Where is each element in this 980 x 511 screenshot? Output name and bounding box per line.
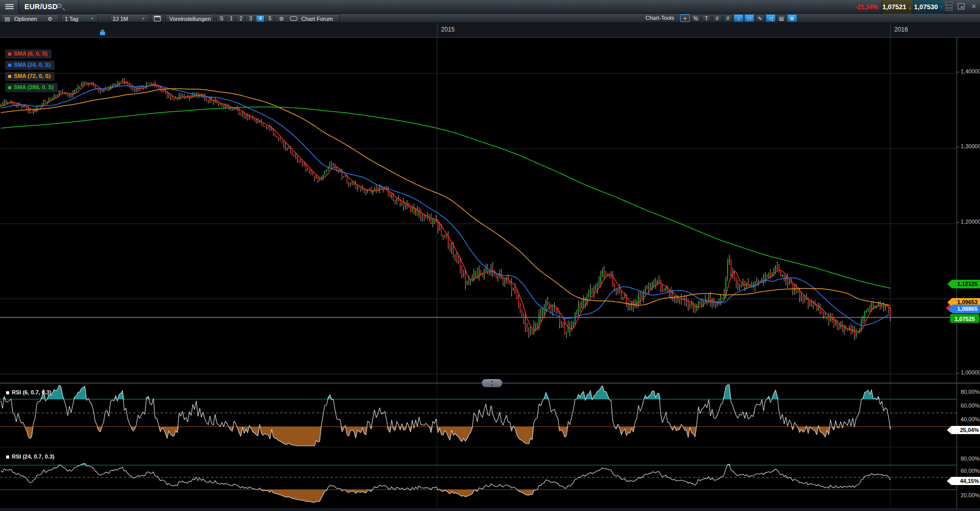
sma72-swatch <box>8 75 11 78</box>
main-chart-svg <box>0 38 980 383</box>
presets-button[interactable]: Voreinstellungen <box>165 14 214 22</box>
price-label-120: 1,20000 <box>961 219 980 225</box>
current-price-tag: 1,07525 <box>950 314 979 323</box>
rsi1-swatch <box>6 391 9 394</box>
restore-window-button[interactable] <box>958 3 965 10</box>
rsi2-tick-20: 20,00% <box>961 492 979 498</box>
crosshair-icon[interactable]: + <box>680 14 690 22</box>
sma288-price-tag: 1,12125 <box>947 280 980 288</box>
change-percent: -21,34% <box>844 4 878 11</box>
grid-edit-icon[interactable]: # <box>723 14 733 22</box>
axis-tick <box>957 72 959 72</box>
year-label-2015: 2015 <box>441 26 455 33</box>
period-dropdown[interactable]: 1 Tag ▾ <box>61 14 98 22</box>
panel-resize-handle[interactable]: ▲▼ <box>482 379 502 387</box>
axis-tick <box>957 373 959 373</box>
settings-icon[interactable]: ⚙ <box>787 14 797 22</box>
hamburger-icon <box>5 6 14 7</box>
hamburger-menu-button[interactable] <box>0 0 19 14</box>
gear-icon[interactable]: ⚙ <box>47 16 53 22</box>
price-label-130: 1,30000 <box>961 143 980 149</box>
layout-group: S 1 2 3 4 5 ⚙ Chart Forum <box>216 14 340 22</box>
grid-icon[interactable]: # <box>712 14 722 22</box>
calendar-button[interactable] <box>151 14 163 22</box>
sell-arrow-icon: ↓ <box>908 3 912 11</box>
rsi2-chart-svg <box>0 447 980 511</box>
layout-save-button[interactable]: S <box>218 16 226 22</box>
candlestick-chart[interactable] <box>0 38 980 383</box>
chevron-down-icon: ▾ <box>142 16 144 21</box>
bottom-edge <box>0 508 980 511</box>
buy-price: 1,07530 <box>914 3 938 11</box>
rsi-6-panel[interactable] <box>0 383 980 447</box>
rsi1-label[interactable]: RSI (6, 0.7, 0.3) <box>6 389 51 395</box>
layout-2-button[interactable]: 2 <box>237 16 245 22</box>
windows-icon[interactable]: □ <box>744 14 754 22</box>
title-bar: EUR/USD -21,34% 1,07521 ↓ 1,07530 ↑ × <box>0 0 980 14</box>
buy-arrow-icon: ↑ <box>940 3 943 11</box>
close-button[interactable]: × <box>969 1 978 12</box>
rsi2-swatch <box>6 455 9 459</box>
rsi2-value-tag: 44,15% <box>947 477 980 485</box>
layout-1-button[interactable]: 1 <box>227 16 236 22</box>
hamburger-icon <box>5 4 14 5</box>
presets-label: Voreinstellungen <box>169 16 211 22</box>
search-icon[interactable] <box>57 4 62 8</box>
axis-tick <box>957 222 959 223</box>
price-label-100: 1,00000 <box>961 369 980 375</box>
legend-sma72[interactable]: SMA (72, 0, S) <box>5 72 55 81</box>
price-label-140: 1,40000 <box>961 68 980 74</box>
print-icon[interactable]: ▤ <box>777 14 786 22</box>
sma24-price-tag: 1,08865 <box>948 305 980 313</box>
legend-sma288[interactable]: SMA (288, 0, S) <box>5 83 58 92</box>
percent-scale-icon[interactable]: % <box>691 14 701 22</box>
hamburger-icon <box>5 8 14 9</box>
rsi1-value-tag: 25,04% <box>947 426 980 434</box>
layout-4-button[interactable]: 4 <box>256 16 265 22</box>
options-group: ▤ Optionen ⚙ <box>1 14 59 22</box>
sma24-swatch <box>8 64 11 67</box>
sell-price: 1,07521 <box>882 3 906 11</box>
rsi2-label[interactable]: RSI (24, 0.7, 0.3) <box>6 453 55 460</box>
sma6-swatch <box>8 52 11 56</box>
range-value: 2J 1M <box>113 16 128 22</box>
rsi1-tick-40: 40,00% <box>961 416 979 422</box>
year-label-2016: 2016 <box>894 26 908 33</box>
legend-sma24[interactable]: SMA (24, 0, S) <box>5 61 55 70</box>
calendar-icon <box>154 16 161 21</box>
year-gridline <box>890 23 891 38</box>
rsi-24-panel[interactable] <box>0 447 980 511</box>
rsi2-tick-60: 60,00% <box>961 468 979 474</box>
rsi1-chart-svg <box>0 383 980 447</box>
year-gridline <box>437 23 437 38</box>
layout-3-button[interactable]: 3 <box>247 16 255 22</box>
eraser-icon[interactable]: ◁ <box>766 14 776 22</box>
buy-price-button[interactable]: 1,07530 ↑ <box>913 0 943 14</box>
search-icon <box>62 8 65 11</box>
rsi-panel-separator <box>0 447 980 447</box>
window-list-icon[interactable] <box>946 2 952 12</box>
layout-5-button[interactable]: 5 <box>266 16 274 22</box>
sell-price-button[interactable]: 1,07521 ↓ <box>882 0 912 14</box>
axis-tick <box>957 147 959 147</box>
pointer-mode-icon[interactable]: ↕ <box>734 14 743 22</box>
text-tool-icon[interactable]: T <box>702 14 711 22</box>
instrument-title: EUR/USD <box>24 3 58 11</box>
chevron-down-icon: ▾ <box>91 16 93 21</box>
rsi2-tick-80: 80,00% <box>961 455 979 462</box>
rsi1-tick-80: 80,00% <box>961 389 979 395</box>
price-axis[interactable]: 1,40000 1,30000 1,20000 1,00000 1,12125 … <box>957 38 980 511</box>
legend-sma6[interactable]: SMA (6, 0, S) <box>5 49 51 59</box>
panel-list-icon[interactable]: ▤ <box>5 16 10 22</box>
chart-tools-label: Chart-Tools <box>646 15 674 21</box>
period-value: 1 Tag <box>65 16 79 22</box>
chat-bubble-icon[interactable] <box>290 16 297 21</box>
draw-edit-icon[interactable]: ✎ <box>755 14 765 22</box>
gear-icon[interactable]: ⚙ <box>279 16 284 22</box>
time-axis-strip: 2015 2016 <box>0 23 980 38</box>
chart-forum-button[interactable]: Chart Forum <box>301 16 333 22</box>
rsi1-tick-60: 60,00% <box>961 402 979 409</box>
range-dropdown[interactable]: 2J 1M ▾ <box>109 14 149 22</box>
chart-toolbar: ▤ Optionen ⚙ 1 Tag ▾ 2J 1M ▾ Voreinstell… <box>0 14 980 23</box>
options-button[interactable]: Optionen <box>14 16 37 22</box>
